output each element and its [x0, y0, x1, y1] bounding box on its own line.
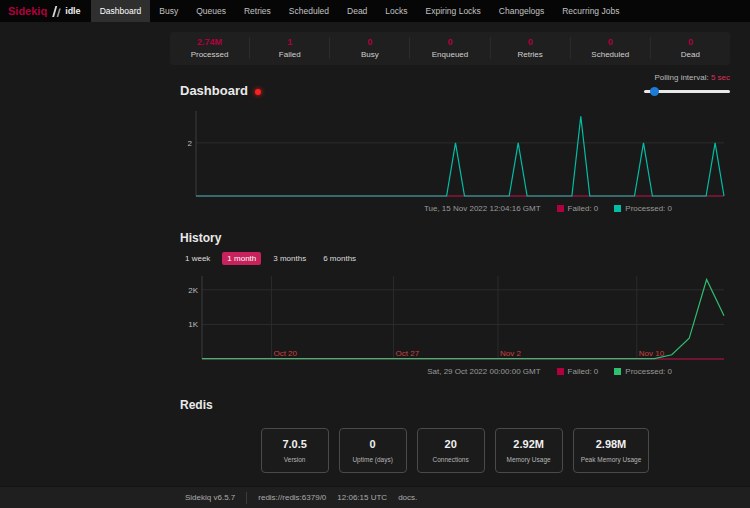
failed-legend-swatch-icon: [557, 368, 564, 375]
stat-enqueued[interactable]: 0 Enqueued: [409, 37, 489, 59]
nav-tab-changelogs[interactable]: Changelogs: [490, 0, 553, 22]
status-text: idle: [65, 6, 91, 16]
redis-card-memory-usage: 2.92M Memory Usage: [495, 428, 563, 473]
redis-connections-value: 20: [425, 438, 477, 450]
redis-card-version: 7.0.5 Version: [261, 428, 329, 473]
nav-tab-expiring-locks[interactable]: Expiring Locks: [417, 0, 490, 22]
polling-control: Polling interval: 5 sec: [644, 73, 730, 98]
dashboard-heading-text: Dashboard: [180, 83, 248, 98]
sidekiq-dashboard-page: Sidekiq idle Dashboard Busy Queues Retri…: [0, 0, 750, 473]
stat-failed[interactable]: 1 Failed: [249, 37, 329, 59]
polling-interval-value: 5 sec: [711, 73, 730, 82]
redis-memory-label: Memory Usage: [503, 456, 555, 463]
stat-scheduled-value: 0: [571, 37, 650, 47]
redis-memory-value: 2.92M: [503, 438, 555, 450]
nav-tab-queues[interactable]: Queues: [187, 0, 235, 22]
redis-uptime-value: 0: [347, 438, 399, 450]
range-1-month[interactable]: 1 month: [222, 252, 261, 265]
stat-retries[interactable]: 0 Retries: [490, 37, 570, 59]
nav-tab-dashboard[interactable]: Dashboard: [91, 0, 151, 22]
stats-summary-bar: 2.74M Processed 1 Failed 0 Busy 0 Enqueu…: [170, 32, 730, 65]
footer-redis-url: redis://redis:6379/0: [258, 493, 326, 502]
svg-text:Oct 20: Oct 20: [273, 349, 297, 358]
nav-tab-retries[interactable]: Retries: [235, 0, 280, 22]
stat-enqueued-label: Enqueued: [410, 50, 489, 59]
polling-interval-slider[interactable]: [644, 86, 730, 96]
redis-card-connections: 20 Connections: [417, 428, 485, 473]
sidekiq-brand[interactable]: Sidekiq: [0, 5, 51, 17]
nav-tab-locks[interactable]: Locks: [376, 0, 416, 22]
svg-text:Oct 27: Oct 27: [396, 349, 420, 358]
dashboard-heading: Dashboard: [180, 83, 261, 98]
legend-failed: Failed: 0: [557, 204, 599, 213]
footer-version: Sidekiq v6.5.7: [185, 493, 235, 502]
stat-processed-value: 2.74M: [170, 37, 249, 47]
stat-busy-value: 0: [330, 37, 409, 47]
stat-processed-label: Processed: [170, 50, 249, 59]
sidekiq-logo-icon: [51, 5, 65, 18]
redis-version-value: 7.0.5: [269, 438, 321, 450]
nav-tab-recurring-jobs[interactable]: Recurring Jobs: [553, 0, 628, 22]
stat-scheduled[interactable]: 0 Scheduled: [570, 37, 650, 59]
realtime-timestamp: Tue, 15 Nov 2022 12:04:16 GMT: [424, 204, 541, 213]
footer: Sidekiq v6.5.7 redis://redis:6379/0 12:0…: [0, 486, 750, 508]
legend-processed-label: Processed: 0: [625, 204, 672, 213]
redis-peak-memory-label: Peak Memory Usage: [581, 456, 642, 463]
legend-processed: Processed: 0: [614, 204, 672, 213]
range-1-week[interactable]: 1 week: [180, 252, 215, 265]
footer-divider: [246, 492, 247, 504]
stat-scheduled-label: Scheduled: [571, 50, 650, 59]
history-chart: 2K1KOct 20Oct 27Nov 2Nov 10: [180, 269, 730, 365]
top-nav: Sidekiq idle Dashboard Busy Queues Retri…: [0, 0, 750, 22]
history-timestamp: Sat, 29 Oct 2022 00:00:00 GMT: [427, 367, 540, 376]
processed-legend-swatch-icon: [614, 205, 621, 212]
redis-version-label: Version: [269, 456, 321, 463]
redis-heading: Redis: [180, 398, 213, 412]
stat-enqueued-value: 0: [410, 37, 489, 47]
stat-busy[interactable]: 0 Busy: [329, 37, 409, 59]
redis-connections-label: Connections: [425, 456, 477, 463]
svg-text:2K: 2K: [188, 286, 198, 295]
stat-dead-label: Dead: [651, 50, 730, 59]
stat-failed-value: 1: [250, 37, 329, 47]
stat-dead[interactable]: 0 Dead: [650, 37, 730, 59]
stat-processed[interactable]: 2.74M Processed: [170, 37, 249, 59]
realtime-chart-caption: Tue, 15 Nov 2022 12:04:16 GMT Failed: 0 …: [180, 204, 730, 213]
redis-stats-cards: 7.0.5 Version 0 Uptime (days) 20 Connect…: [180, 428, 730, 473]
footer-docs-link[interactable]: docs.: [398, 493, 417, 502]
history-legend-processed-label: Processed: 0: [625, 367, 672, 376]
svg-text:Nov 2: Nov 2: [500, 349, 521, 358]
footer-time: 12:06:15 UTC: [337, 493, 387, 502]
stat-retries-value: 0: [491, 37, 570, 47]
redis-uptime-label: Uptime (days): [347, 456, 399, 463]
realtime-chart: 2: [180, 104, 730, 202]
range-6-months[interactable]: 6 months: [318, 252, 361, 265]
history-range-selector: 1 week 1 month 3 months 6 months: [180, 252, 730, 265]
nav-tab-busy[interactable]: Busy: [150, 0, 187, 22]
redis-card-peak-memory-usage: 2.98M Peak Memory Usage: [573, 428, 650, 473]
history-legend-processed: Processed: 0: [614, 367, 672, 376]
stat-dead-value: 0: [651, 37, 730, 47]
content-wrapper: 2.74M Processed 1 Failed 0 Busy 0 Enqueu…: [170, 32, 730, 473]
history-heading: History: [180, 231, 221, 245]
range-3-months[interactable]: 3 months: [268, 252, 311, 265]
redis-peak-memory-value: 2.98M: [581, 438, 642, 450]
nav-tab-scheduled[interactable]: Scheduled: [280, 0, 338, 22]
history-chart-caption: Sat, 29 Oct 2022 00:00:00 GMT Failed: 0 …: [180, 367, 730, 376]
svg-text:1K: 1K: [188, 320, 198, 329]
history-legend-failed-label: Failed: 0: [568, 367, 599, 376]
processed-legend-swatch-icon: [614, 368, 621, 375]
live-beacon-icon: [255, 89, 261, 95]
history-legend-failed: Failed: 0: [557, 367, 599, 376]
stat-busy-label: Busy: [330, 50, 409, 59]
redis-card-uptime: 0 Uptime (days): [339, 428, 407, 473]
svg-text:2: 2: [188, 139, 193, 148]
stat-retries-label: Retries: [491, 50, 570, 59]
nav-tab-dead[interactable]: Dead: [338, 0, 376, 22]
stat-failed-label: Failed: [250, 50, 329, 59]
polling-interval-label: Polling interval:: [654, 73, 708, 82]
legend-failed-label: Failed: 0: [568, 204, 599, 213]
failed-legend-swatch-icon: [557, 205, 564, 212]
